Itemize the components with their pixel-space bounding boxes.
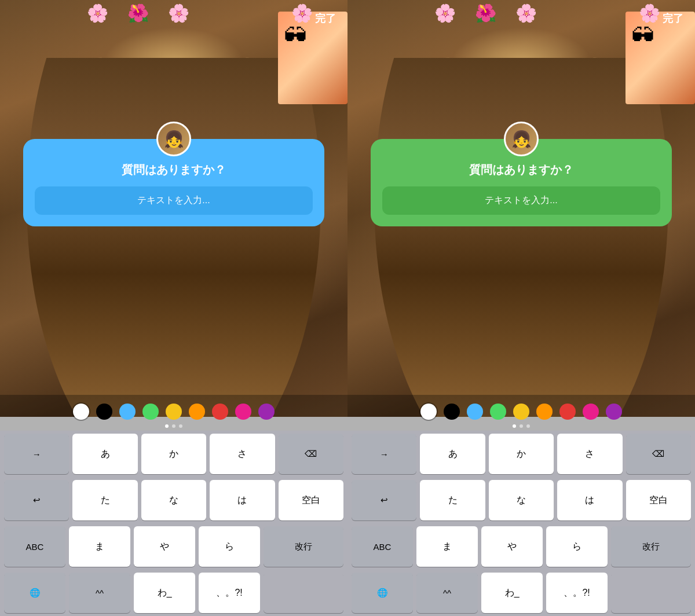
key-ta-right[interactable]: た — [420, 480, 485, 520]
color-black-left[interactable] — [96, 404, 112, 420]
color-dots-left — [73, 404, 275, 420]
color-picker-right — [348, 395, 695, 431]
color-blue-right[interactable] — [467, 404, 483, 420]
key-empty-left — [264, 573, 343, 613]
color-white-right[interactable] — [420, 404, 437, 420]
camera-background-right: 🌸 🌺 🌸 🌸 完了 👧 質問はありますか？ テキストを入力... — [348, 0, 695, 417]
key-ma-left[interactable]: ま — [69, 526, 130, 567]
card-title-right: 質問はありますか？ — [382, 162, 660, 178]
question-card-left: 👧 質問はありますか？ テキストを入力... — [23, 139, 324, 226]
key-na-right[interactable]: な — [489, 480, 554, 520]
keyboard-row-2-right: ↩ た な は 空白 — [348, 477, 695, 523]
keyboard-row-4-right: 🌐 ^^ わ_ 、。?! — [348, 570, 695, 616]
done-button-right[interactable]: 完了 — [663, 12, 683, 25]
key-arrow-left[interactable]: → — [4, 434, 69, 474]
key-ka-left[interactable]: か — [141, 434, 206, 474]
done-button-left[interactable]: 完了 — [315, 12, 336, 25]
key-na-left[interactable]: な — [141, 480, 206, 520]
color-red-right[interactable] — [559, 404, 576, 420]
card-input-right[interactable]: テキストを入力... — [382, 186, 660, 215]
key-ma-right[interactable]: ま — [416, 526, 478, 567]
flower-3-left: 🌸 — [168, 3, 189, 23]
key-return-left[interactable]: 改行 — [264, 526, 343, 567]
key-ya-right[interactable]: や — [481, 526, 543, 567]
panel-right: 🌸 🌺 🌸 🌸 完了 👧 質問はありますか？ テキストを入力... — [348, 0, 695, 616]
color-picker-left — [0, 395, 348, 431]
keyboard-row-4-left: 🌐 ^^ わ_ 、。?! — [0, 570, 348, 616]
key-sa-left[interactable]: さ — [210, 434, 275, 474]
color-green-right[interactable] — [490, 404, 506, 420]
card-input-left[interactable]: テキストを入力... — [35, 186, 313, 215]
key-ra-right[interactable]: ら — [546, 526, 608, 567]
key-globe-left[interactable]: 🌐 — [4, 573, 65, 613]
keyboard-row-3-left: ABC ま や ら 改行 — [0, 523, 348, 570]
keyboard-right: → あ か さ ⌫ ↩ た な は 空白 ABC ま や ら 改行 — [348, 431, 695, 616]
page-dot-3-right — [526, 424, 530, 428]
color-yellow-right[interactable] — [513, 404, 529, 420]
card-title-left: 質問はありますか？ — [35, 162, 313, 178]
dog-ear-left-left — [78, 54, 119, 91]
key-arrow-right[interactable]: → — [352, 434, 416, 474]
key-backspace-left[interactable]: ⌫ — [279, 434, 343, 474]
flowers-right: 🌸 🌺 🌸 🌸 — [348, 0, 695, 46]
flower-1-left: 🌸 — [87, 3, 108, 23]
color-pink-left[interactable] — [235, 404, 251, 420]
color-purple-left[interactable] — [258, 404, 275, 420]
key-a-left[interactable]: あ — [72, 434, 137, 474]
color-blue-left[interactable] — [119, 404, 136, 420]
key-punct-left[interactable]: 、。?! — [199, 573, 260, 613]
flower-4-left: 🌸 — [291, 3, 313, 23]
key-globe-right[interactable]: 🌐 — [352, 573, 413, 613]
dog-ear-right-left — [229, 54, 270, 91]
key-space-left[interactable]: 空白 — [279, 480, 343, 520]
flowers-left: 🌸 🌺 🌸 🌸 — [0, 0, 348, 46]
page-indicators-left — [165, 424, 182, 428]
key-backspace-right[interactable]: ⌫ — [626, 434, 691, 474]
key-undo-left[interactable]: ↩ — [4, 480, 69, 520]
key-wa-left[interactable]: わ_ — [134, 573, 195, 613]
color-black-right[interactable] — [444, 404, 460, 420]
key-ta-left[interactable]: た — [72, 480, 137, 520]
color-yellow-left[interactable] — [166, 404, 182, 420]
flower-1-right: 🌸 — [434, 3, 456, 23]
color-orange-left[interactable] — [189, 404, 205, 420]
key-abc-left[interactable]: ABC — [4, 526, 65, 567]
dog-ear-right-right — [576, 54, 617, 91]
key-space-right[interactable]: 空白 — [626, 480, 691, 520]
key-caret-right[interactable]: ^^ — [416, 573, 478, 613]
color-red-left[interactable] — [212, 404, 228, 420]
key-ya-left[interactable]: や — [134, 526, 195, 567]
color-white-left[interactable] — [73, 404, 89, 420]
color-purple-right[interactable] — [606, 404, 622, 420]
page-dot-2-right — [520, 424, 523, 428]
key-sa-right[interactable]: さ — [557, 434, 622, 474]
camera-background-left: 🌸 🌺 🌸 🌸 完了 👧 質問はありますか？ テキストを入力... — [0, 0, 348, 417]
app-container: 🌸 🌺 🌸 🌸 完了 👧 質問はありますか？ テキストを入力... — [0, 0, 695, 616]
key-ha-left[interactable]: は — [210, 480, 275, 520]
key-return-right[interactable]: 改行 — [611, 526, 691, 567]
panel-left: 🌸 🌺 🌸 🌸 完了 👧 質問はありますか？ テキストを入力... — [0, 0, 348, 616]
key-wa-right[interactable]: わ_ — [481, 573, 543, 613]
page-dot-3-left — [179, 424, 182, 428]
color-dots-right — [420, 404, 622, 420]
color-green-left[interactable] — [142, 404, 159, 420]
flower-2-right: 🌺 — [475, 3, 496, 23]
keyboard-row-2-left: ↩ た な は 空白 — [0, 477, 348, 523]
question-card-right: 👧 質問はありますか？ テキストを入力... — [371, 139, 672, 226]
key-ka-right[interactable]: か — [489, 434, 554, 474]
keyboard-row-3-right: ABC ま や ら 改行 — [348, 523, 695, 570]
key-caret-left[interactable]: ^^ — [69, 573, 130, 613]
key-punct-right[interactable]: 、。?! — [546, 573, 608, 613]
key-a-right[interactable]: あ — [420, 434, 485, 474]
color-pink-right[interactable] — [583, 404, 599, 420]
keyboard-left: → あ か さ ⌫ ↩ た な は 空白 ABC ま や ら 改行 — [0, 431, 348, 616]
key-undo-right[interactable]: ↩ — [352, 480, 416, 520]
flower-4-right: 🌸 — [639, 3, 660, 23]
page-dot-2-left — [172, 424, 175, 428]
keyboard-row-1-right: → あ か さ ⌫ — [348, 431, 695, 477]
key-abc-right[interactable]: ABC — [352, 526, 413, 567]
key-ra-left[interactable]: ら — [199, 526, 260, 567]
color-orange-right[interactable] — [536, 404, 553, 420]
keyboard-row-1-left: → あ か さ ⌫ — [0, 431, 348, 477]
key-ha-right[interactable]: は — [557, 480, 622, 520]
